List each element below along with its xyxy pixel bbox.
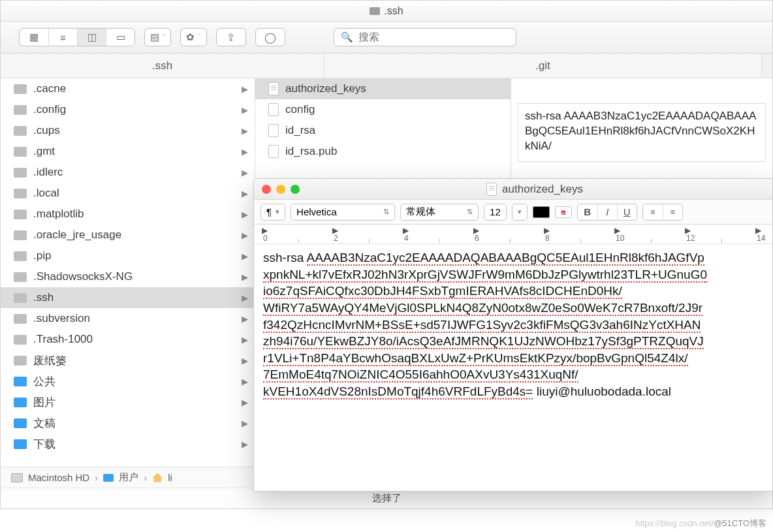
list-view-button[interactable]: ≡ — [48, 29, 77, 46]
folder-icon — [14, 418, 27, 428]
ruler-number: 4 — [404, 234, 409, 243]
chevron-right-icon: ▶ — [242, 84, 248, 94]
chevron-right-icon: ▶ — [242, 293, 248, 303]
folder-icon — [14, 314, 27, 324]
item-label: config — [285, 103, 315, 116]
list-item[interactable]: 图片▶ — [1, 392, 255, 413]
column-view-button[interactable]: ◫ — [77, 29, 106, 46]
ruler-number: 14 — [757, 234, 765, 243]
icon-view-button[interactable]: ▦ — [20, 29, 48, 46]
align-center-button[interactable]: ≡ — [663, 204, 682, 220]
list-item[interactable]: .pip▶ — [1, 245, 255, 266]
list-item[interactable]: id_rsa — [255, 120, 511, 141]
font-size-field[interactable]: 12 — [484, 204, 507, 221]
path-disk[interactable]: Macintosh HD — [28, 472, 89, 483]
chevron-right-icon: ▶ — [242, 439, 248, 449]
group-by-dropdown[interactable]: ▤ˇ — [144, 28, 171, 46]
close-button[interactable] — [262, 185, 271, 194]
align-left-button[interactable]: ≡ — [643, 204, 663, 220]
preview-pane: ssh-rsa AAAAB3NzaC1yc2EAAAADAQABAAABgQC5… — [518, 103, 766, 162]
tab-git[interactable]: .git — [324, 54, 762, 78]
ruler-tick — [369, 239, 370, 243]
text-spellcheck-span: kVEH1oX4dVS28nIsDMoTqjf4h6VRFdLFyBd4s= — [263, 384, 533, 399]
list-item[interactable]: 下载▶ — [1, 433, 255, 454]
text-body[interactable]: ssh-rsa AAAAB3NzaC1yc2EAAAADAQABAAABgQC5… — [254, 244, 772, 407]
list-item[interactable]: .oracle_jre_usage▶ — [1, 225, 255, 245]
home-icon — [152, 473, 163, 482]
path-separator: › — [144, 472, 147, 483]
underline-button[interactable]: U — [617, 204, 637, 220]
share-button[interactable]: ⇪ — [216, 28, 246, 46]
item-label: 图片 — [33, 395, 55, 410]
ruler-tick — [510, 239, 511, 243]
folder-icon — [370, 7, 380, 15]
item-label: .local — [33, 187, 59, 200]
chevron-right-icon: ▶ — [242, 189, 248, 198]
bold-button[interactable]: B — [578, 204, 597, 220]
ruler-number: 10 — [616, 234, 624, 243]
textedit-titlebar[interactable]: authorized_keys — [254, 179, 772, 200]
list-item[interactable]: .subversion▶ — [1, 308, 255, 329]
minimize-button[interactable] — [276, 185, 285, 194]
alignment-segment[interactable]: ≡ ≡ — [642, 204, 683, 221]
list-item[interactable]: .config▶ — [1, 99, 255, 120]
highlight-color-button[interactable]: a — [555, 206, 572, 218]
italic-button[interactable]: I — [597, 204, 617, 220]
document-title: authorized_keys — [502, 183, 583, 196]
chevron-right-icon: ▶ — [242, 398, 248, 407]
chevron-right-icon: ▶ — [242, 105, 248, 115]
list-item[interactable]: 公共▶ — [1, 371, 255, 392]
list-item[interactable]: .idlerc▶ — [1, 162, 255, 183]
item-label: id_rsa.pub — [285, 145, 337, 158]
text-format-segment[interactable]: B I U — [577, 204, 637, 221]
ruler-number: 12 — [686, 234, 695, 243]
item-label: .cacne — [33, 82, 66, 95]
folder-icon — [14, 168, 27, 178]
item-label: .Trash-1000 — [33, 333, 93, 346]
paragraph-style-select[interactable]: ¶▾ — [260, 204, 285, 221]
text-spellcheck-span: WfiRY7a5WAyQY4MeVjGl0SPLkN4Q8ZyN0otx8wZ0… — [263, 301, 702, 316]
item-label: authorized_keys — [285, 82, 366, 95]
item-label: 文稿 — [33, 416, 55, 431]
tab-ssh[interactable]: .ssh — [1, 54, 324, 78]
text-spellcheck-span: io6z7qSFAiCQfxc30DbJH4FSxbTgmIERAHVAfs8c… — [263, 284, 622, 299]
list-item[interactable]: authorized_keys — [255, 78, 511, 99]
search-field[interactable]: 🔍 — [334, 28, 516, 46]
list-item[interactable]: .gmt▶ — [1, 141, 255, 162]
list-item[interactable]: id_rsa.pub — [255, 141, 511, 162]
folder-icon — [14, 126, 27, 136]
item-label: .config — [33, 103, 66, 116]
ruler[interactable]: ▶0▶2▶4▶6▶8▶10▶12▶14 — [254, 225, 772, 244]
search-input[interactable] — [358, 31, 509, 43]
list-item[interactable]: .cacne▶ — [1, 78, 255, 99]
font-family-select[interactable]: Helvetica⇅ — [291, 204, 395, 221]
path-home[interactable]: li — [168, 472, 172, 483]
list-item[interactable]: .matplotlib▶ — [1, 204, 255, 225]
list-item[interactable]: 文稿▶ — [1, 413, 255, 433]
list-item[interactable]: .local▶ — [1, 183, 255, 204]
finder-toolbar: ▦ ≡ ◫ ▭ ▤ˇ ✿ˇ ⇪ ◯ 🔍 — [1, 22, 772, 54]
font-style-select[interactable]: 常规体⇅ — [400, 204, 479, 221]
view-mode-segment[interactable]: ▦ ≡ ◫ ▭ — [19, 28, 135, 46]
list-item[interactable]: .Trash-1000▶ — [1, 329, 255, 350]
updown-icon: ⇅ — [383, 208, 389, 216]
gallery-view-button[interactable]: ▭ — [106, 29, 134, 46]
font-size-stepper[interactable]: ▾ — [512, 204, 528, 221]
tags-button[interactable]: ◯ — [255, 28, 285, 46]
path-users[interactable]: 用户 — [119, 471, 138, 484]
zoom-button[interactable] — [291, 185, 300, 194]
column-1[interactable]: .cacne▶.config▶.cups▶.gmt▶.idlerc▶.local… — [1, 78, 255, 477]
list-item[interactable]: config — [255, 99, 511, 120]
list-item[interactable]: .ShadowsocksX-NG▶ — [1, 266, 255, 287]
action-menu[interactable]: ✿ˇ — [180, 28, 206, 46]
chevron-right-icon: ▶ — [242, 335, 248, 345]
group-icon: ▤ — [150, 31, 159, 43]
tab-overflow[interactable] — [762, 54, 772, 78]
list-item[interactable]: .cups▶ — [1, 120, 255, 141]
chevron-right-icon: ▶ — [242, 314, 248, 324]
list-item[interactable]: 废纸篓▶ — [1, 350, 255, 371]
finder-titlebar[interactable]: .ssh — [1, 1, 772, 22]
list-item[interactable]: .ssh▶ — [1, 287, 255, 308]
text-color-swatch[interactable] — [533, 206, 550, 218]
text-spellcheck-span: r1VLi+Tn8P4aYBcwhOsaqBXLxUwZ+PrKUmsEktKP… — [263, 351, 688, 366]
